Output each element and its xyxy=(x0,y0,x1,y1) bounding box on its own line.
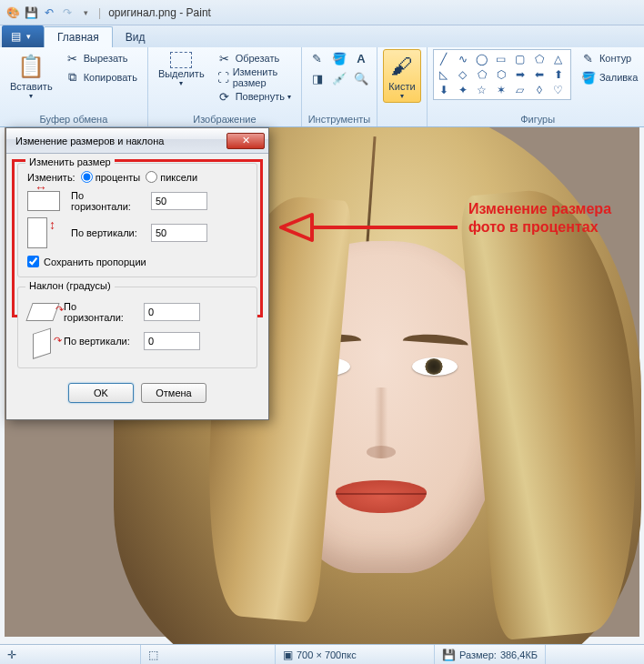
shape-heart[interactable]: ♡ xyxy=(550,83,567,97)
resize-button[interactable]: ⛶Изменить размер xyxy=(213,68,296,86)
group-tools: ✎ 🪣 A ◨ 💉 🔍 Инструменты xyxy=(302,47,377,126)
undo-icon[interactable]: ↶ xyxy=(42,5,56,20)
cursor-pos-icon: ✛ xyxy=(7,649,16,661)
copy-button[interactable]: ⧉Копировать xyxy=(61,68,142,86)
skew-h-input[interactable] xyxy=(144,303,200,321)
shape-star6[interactable]: ✶ xyxy=(493,83,509,97)
skew-fieldset: Наклон (градусы) ↷ По горизонтали: ↷ По … xyxy=(17,287,257,368)
crop-icon: ✂ xyxy=(217,51,232,65)
radio-percent-input[interactable] xyxy=(81,171,93,183)
filesize-icon: 💾 xyxy=(442,649,456,661)
group-image: Выделить ▾ ✂Обрезать ⛶Изменить размер ⟳П… xyxy=(148,47,302,126)
shape-arrow-r[interactable]: ➡ xyxy=(512,67,528,82)
redo-icon[interactable]: ↷ xyxy=(60,5,75,20)
chevron-down-icon: ▾ xyxy=(400,92,404,100)
shape-hexagon[interactable]: ⬡ xyxy=(493,67,509,82)
zoom-tool[interactable]: 🔍 xyxy=(351,69,371,87)
group-label: Буфер обмена xyxy=(5,114,142,126)
rotate-icon: ⟳ xyxy=(217,89,232,104)
aspect-checkbox[interactable] xyxy=(27,256,39,267)
resize-fieldset: Изменить размер Изменить: проценты пиксе… xyxy=(17,163,257,277)
shape-line[interactable]: ╱ xyxy=(436,52,452,66)
outline-icon: ✎ xyxy=(581,51,596,65)
shape-oval[interactable]: ◯ xyxy=(474,52,490,66)
vertical-icon xyxy=(27,217,47,248)
shape-curve[interactable]: ∿ xyxy=(455,52,471,66)
radio-percent[interactable]: проценты xyxy=(81,171,141,183)
shape-diamond[interactable]: ◇ xyxy=(455,67,471,82)
pencil-tool[interactable]: ✎ xyxy=(307,49,327,67)
skew-v-input[interactable] xyxy=(144,332,200,350)
resize-legend: Изменить размер xyxy=(25,156,115,167)
filesize-value: 386,4КБ xyxy=(500,649,538,660)
group-label: Изображение xyxy=(154,114,296,126)
ok-button[interactable]: OK xyxy=(68,383,134,403)
fill-icon: 🪣 xyxy=(581,70,596,85)
horizontal-icon xyxy=(27,191,60,211)
shape-arrow-d[interactable]: ⬇ xyxy=(436,83,452,97)
shape-star5[interactable]: ☆ xyxy=(474,83,490,97)
skew-h-icon: ↷ xyxy=(27,300,56,324)
shape-roundrect[interactable]: ▢ xyxy=(512,52,528,66)
group-brushes: 🖌 Кисти ▾ xyxy=(377,47,428,126)
outline-button[interactable]: ✎Контур xyxy=(577,49,642,67)
text-tool[interactable]: A xyxy=(351,49,371,67)
select-button[interactable]: Выделить ▾ xyxy=(154,49,209,106)
window-title: оригинал.png - Paint xyxy=(108,6,211,19)
shape-pentagon[interactable]: ⬠ xyxy=(474,67,490,82)
shape-rect[interactable]: ▭ xyxy=(493,52,509,66)
skew-v-icon: ↷ xyxy=(27,329,56,353)
shape-triangle[interactable]: △ xyxy=(550,52,567,66)
vertical-input[interactable] xyxy=(151,224,207,242)
horizontal-input[interactable] xyxy=(151,192,207,210)
crop-button[interactable]: ✂Обрезать xyxy=(213,49,296,67)
ribbon: 📋 Вставить ▾ ✂Вырезать ⧉Копировать Буфер… xyxy=(0,47,644,127)
file-icon: ▤ xyxy=(11,30,21,43)
tab-view[interactable]: Вид xyxy=(113,27,158,47)
fill-button[interactable]: 🪣Заливка xyxy=(577,68,642,86)
skew-v-label: По вертикали: xyxy=(64,336,136,347)
annotation-text: Изменение размера фото в процентах xyxy=(468,200,639,236)
radio-pixels-input[interactable] xyxy=(146,171,157,183)
shape-arrow-l[interactable]: ⬅ xyxy=(531,67,548,82)
fill-tool[interactable]: 🪣 xyxy=(329,49,349,67)
file-menu[interactable]: ▤▾ xyxy=(2,25,44,47)
save-icon[interactable]: 💾 xyxy=(24,5,38,20)
shape-callout2[interactable]: ◊ xyxy=(531,83,548,97)
group-shapes: ╱ ∿ ◯ ▭ ▢ ⬠ △ ◺ ◇ ⬠ ⬡ ➡ ⬅ ⬆ ⬇ ✦ ☆ ✶ ▱ ◊ xyxy=(428,47,644,126)
chevron-down-icon: ▾ xyxy=(29,92,33,100)
horizontal-label: По горизонтали: xyxy=(71,190,144,212)
shape-polygon[interactable]: ⬠ xyxy=(531,52,548,66)
vertical-label: По вертикали: xyxy=(71,227,144,238)
paste-button[interactable]: 📋 Вставить ▾ xyxy=(5,49,57,103)
shape-rtriangle[interactable]: ◺ xyxy=(436,67,452,82)
group-label: Инструменты xyxy=(307,114,371,126)
shape-star4[interactable]: ✦ xyxy=(455,83,471,97)
app-icon: 🎨 xyxy=(5,5,20,20)
brushes-button[interactable]: 🖌 Кисти ▾ xyxy=(383,49,421,103)
close-button[interactable]: ✕ xyxy=(226,133,265,149)
tab-main[interactable]: Главная xyxy=(44,26,113,47)
qa-dropdown-icon[interactable]: ▾ xyxy=(78,5,93,20)
clipboard-icon: 📋 xyxy=(16,52,45,81)
eraser-tool[interactable]: ◨ xyxy=(307,69,327,87)
group-clipboard: 📋 Вставить ▾ ✂Вырезать ⧉Копировать Буфер… xyxy=(0,47,148,126)
shape-callout[interactable]: ▱ xyxy=(512,83,528,97)
shapes-gallery[interactable]: ╱ ∿ ◯ ▭ ▢ ⬠ △ ◺ ◇ ⬠ ⬡ ➡ ⬅ ⬆ ⬇ ✦ ☆ ✶ ▱ ◊ xyxy=(433,49,571,100)
group-label: Фигуры xyxy=(433,114,642,126)
ribbon-tabs: ▤▾ Главная Вид xyxy=(0,25,644,47)
close-icon: ✕ xyxy=(242,135,250,146)
radio-pixels[interactable]: пиксели xyxy=(146,171,197,183)
selection-icon: ⬚ xyxy=(148,649,158,661)
chevron-down-icon: ▾ xyxy=(179,79,183,87)
skew-h-label: По горизонтали: xyxy=(64,301,136,323)
dialog-titlebar[interactable]: Изменение размеров и наклона ✕ xyxy=(6,128,268,154)
status-bar: ✛ ⬚ ▣700 × 700пкс 💾Размер: 386,4КБ xyxy=(0,644,644,664)
shape-arrow-u[interactable]: ⬆ xyxy=(550,67,567,82)
cut-button[interactable]: ✂Вырезать xyxy=(61,49,142,67)
dialog-title: Изменение размеров и наклона xyxy=(15,136,164,146)
cancel-button[interactable]: Отмена xyxy=(141,383,206,403)
picker-tool[interactable]: 💉 xyxy=(329,69,349,87)
scissors-icon: ✂ xyxy=(65,51,80,65)
rotate-button[interactable]: ⟳Повернуть▾ xyxy=(213,87,296,106)
